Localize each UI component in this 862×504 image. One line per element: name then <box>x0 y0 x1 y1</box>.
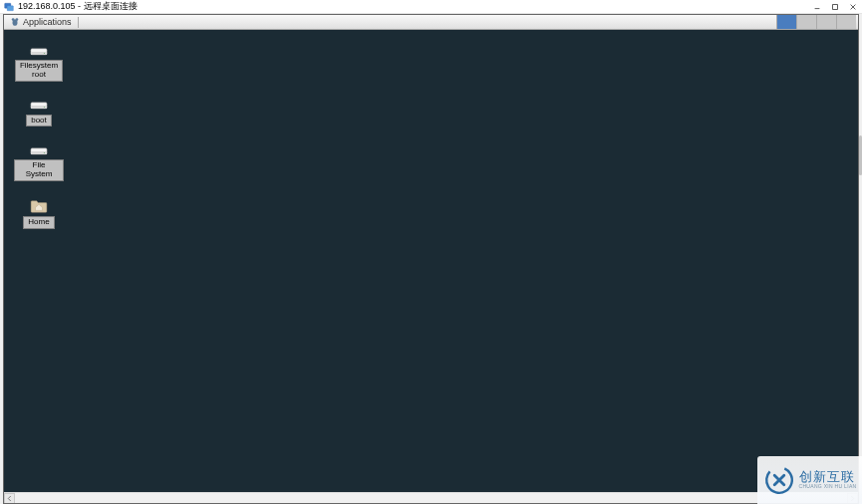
desktop-icons-container: Filesystem root boot <box>14 45 848 229</box>
icon-label: boot <box>26 115 52 127</box>
svg-rect-3 <box>833 5 838 10</box>
home-folder-icon <box>30 199 48 213</box>
disk-icon <box>30 144 48 156</box>
maximize-button[interactable] <box>826 0 844 14</box>
applications-menu-label: Applications <box>23 17 72 27</box>
icon-label: Filesystem root <box>15 60 63 82</box>
scroll-track[interactable] <box>15 493 847 503</box>
svg-point-14 <box>44 107 45 108</box>
scroll-right-arrow-icon[interactable] <box>847 493 858 504</box>
titlebar-left: 192.168.0.105 - 远程桌面连接 <box>0 0 138 13</box>
xfce-panel: Applications <box>4 15 858 30</box>
tray-workspace-3[interactable] <box>816 15 836 29</box>
panel-separator <box>78 17 79 28</box>
desktop-icon-file-system[interactable]: File System <box>14 144 64 181</box>
xfce-mouse-icon <box>10 17 20 27</box>
disk-icon <box>30 45 48 57</box>
icon-label: File System <box>14 159 64 181</box>
svg-point-11 <box>44 52 45 53</box>
panel-right-section <box>776 15 856 29</box>
svg-point-17 <box>44 152 45 153</box>
close-button[interactable] <box>844 0 862 14</box>
panel-left-section: Applications <box>6 15 81 29</box>
desktop-icon-boot[interactable]: boot <box>14 100 64 127</box>
svg-rect-1 <box>7 5 13 10</box>
icon-label: Home <box>23 216 54 229</box>
tray-workspace-4[interactable] <box>836 15 856 29</box>
desktop-area[interactable]: Filesystem root boot <box>4 30 858 492</box>
svg-point-7 <box>12 18 15 21</box>
disk-icon <box>30 100 48 112</box>
windows-titlebar: 192.168.0.105 - 远程桌面连接 <box>0 0 862 14</box>
remote-desktop-frame: Applications Filesystem r <box>3 14 859 504</box>
horizontal-scrollbar[interactable] <box>4 492 858 503</box>
minimize-button[interactable] <box>808 0 826 14</box>
window-controls <box>808 0 862 13</box>
desktop-icon-home[interactable]: Home <box>14 199 64 229</box>
scroll-left-arrow-icon[interactable] <box>4 493 15 504</box>
desktop-icon-filesystem-root[interactable]: Filesystem root <box>14 45 64 82</box>
tray-workspace-2[interactable] <box>796 15 816 29</box>
svg-point-8 <box>16 18 19 21</box>
window-title: 192.168.0.105 - 远程桌面连接 <box>18 0 138 13</box>
tray-workspace-active[interactable] <box>776 15 796 29</box>
applications-menu-button[interactable]: Applications <box>6 15 76 29</box>
rdp-icon <box>4 2 14 12</box>
